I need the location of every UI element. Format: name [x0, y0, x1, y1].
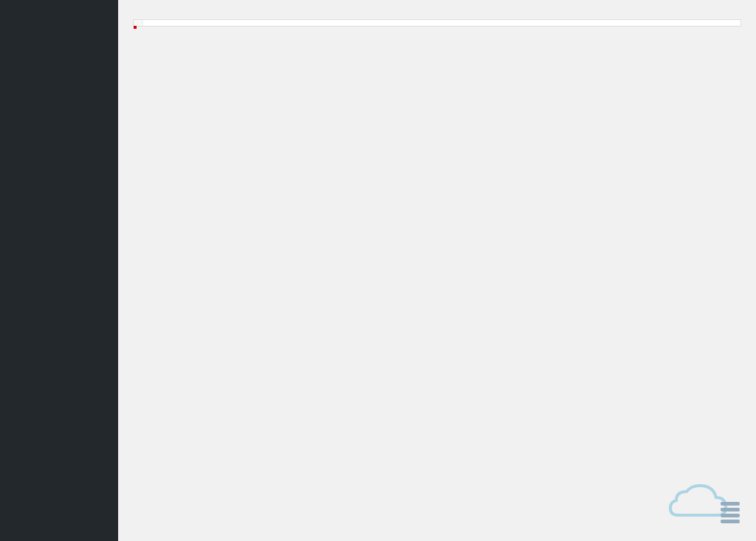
admin-sidebar: [0, 0, 118, 541]
watermark-logo: [663, 478, 744, 532]
code-editor[interactable]: [133, 19, 741, 27]
highlight-box: [134, 26, 137, 29]
svg-rect-3: [721, 520, 740, 523]
main-content: [118, 0, 756, 541]
svg-rect-2: [721, 514, 740, 517]
code-content[interactable]: [143, 20, 740, 26]
svg-rect-1: [721, 508, 740, 511]
svg-rect-0: [721, 502, 740, 506]
line-gutter: [134, 20, 143, 26]
